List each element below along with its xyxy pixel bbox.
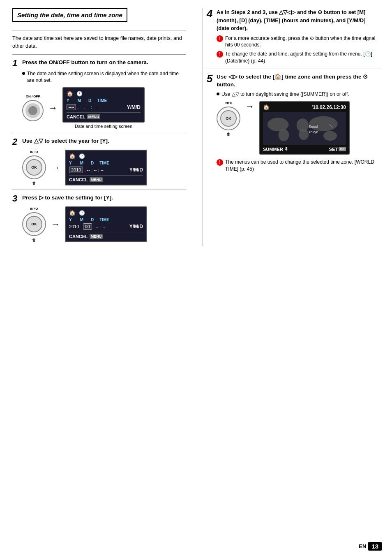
lcd3-home-icon: 🏠	[69, 210, 76, 216]
svg-point-5	[323, 131, 337, 141]
step3-screen-wrapper: INFO OK 🗑 → 🏠 🕐 Y	[22, 206, 186, 242]
step5-header: 5 Use ◁▷ to select the [🏠] time zone and…	[207, 73, 380, 89]
world-map-area: Seoul Tokyo	[263, 112, 346, 145]
step3-title: Press ▷ to save the setting for [Y].	[22, 194, 113, 202]
step5-ok-label: OK	[226, 116, 231, 120]
lcd1-sep2: . -- : --	[84, 105, 97, 110]
lcd1-ymd: Y/M/D	[127, 104, 141, 110]
step3-number: 3	[12, 194, 20, 203]
divider-1	[12, 54, 186, 55]
left-column: Setting the date, time and time zone The…	[12, 8, 190, 246]
step1-body: The date and time setting screen is disp…	[22, 70, 186, 129]
step3-body: INFO OK 🗑 → 🏠 🕐 Y	[22, 206, 186, 242]
step2-header: 2 Use △▽ to select the year for [Y].	[12, 137, 186, 146]
divider-4	[207, 69, 380, 69]
onoff-button	[22, 100, 44, 121]
step5-bullet: Use △▽ to turn daylight saving time ([SU…	[217, 91, 380, 98]
step4-body: ! For a more accurate setting, press the…	[217, 35, 380, 65]
step5-note-wrapper: ! The menus can be used to change the se…	[217, 159, 380, 173]
step1-bullet: The date and time setting screen is disp…	[22, 70, 186, 84]
lcd2-col-m: M	[80, 161, 83, 165]
step2-lcd: 🏠 🕐 Y M D TIME 2010 . -- . -- : -- Y/M/D	[65, 150, 147, 185]
step5-note: ! The menus can be used to change the se…	[217, 159, 380, 173]
lcd1-header: 🏠 🕐	[67, 90, 141, 97]
lcd3-sep: . -- : --	[93, 224, 106, 229]
en-label: EN	[359, 543, 366, 549]
world-city-labels: Seoul Tokyo	[309, 124, 318, 134]
lcd3-data-row: 2010 . 00 . -- : -- Y/M/D	[69, 223, 143, 230]
step3-inner-ring: OK	[26, 216, 42, 232]
divider-intro	[12, 30, 186, 30]
step3-lcd: 🏠 🕐 Y M D TIME 2010 . 00 . -- : -- Y/M/D	[65, 206, 147, 242]
page-number-area: EN 13	[359, 542, 382, 551]
lcd1-col-time: TIME	[97, 98, 107, 103]
step1-arrow: →	[48, 103, 58, 113]
svg-point-3	[299, 129, 309, 140]
lcd1-divider	[67, 112, 141, 113]
svg-point-1	[279, 129, 289, 141]
step1-screen-wrapper: ON / OFF → 🏠 🕐	[22, 87, 186, 129]
set-ok-button: SET OK	[329, 147, 346, 152]
summer-text: SUMMER	[263, 147, 283, 152]
lcd1-col-headers: Y M D TIME	[67, 98, 141, 103]
lcd2-data-row: 2010 . -- . -- : -- Y/M/D	[69, 167, 143, 173]
lcd1-cancel-text: CANCEL	[67, 114, 85, 119]
step4-note1-text: For a more accurate setting, press the ⊙…	[225, 35, 380, 49]
lcd1-data-row: ---- . -- . -- : -- Y/M/D	[67, 104, 141, 110]
step1-camera-control: ON / OFF	[22, 95, 44, 121]
lcd3-col-y: Y	[69, 218, 72, 222]
lcd3-cancel-text: CANCEL	[69, 234, 88, 239]
step4-note2-text: To change the date and time, adjust the …	[225, 51, 380, 65]
ok-badge: OK	[339, 147, 346, 151]
step2-body: INFO OK 🗑 → 🏠 🕐 Y	[22, 150, 186, 185]
note-icon2: !	[217, 51, 223, 58]
step2-number: 2	[12, 137, 20, 146]
step5-camera-control: INFO OK 🗑	[217, 101, 240, 137]
summer-arrow-icon: ⇕	[284, 146, 288, 152]
lcd1-cancel-row: CANCEL MENU	[67, 114, 141, 119]
lcd3-divider	[69, 232, 143, 232]
lcd2-sep1: . --	[84, 167, 90, 172]
world-header: 🏠 '10.02.26.12:30	[263, 104, 346, 110]
page-number: 13	[368, 542, 382, 551]
lcd1-home-icon: 🏠	[67, 90, 73, 97]
world-footer: SUMMER ⇕ SET OK	[263, 146, 346, 152]
step5-screen-wrapper: INFO OK 🗑 → 🏠 '10.02.26.12:30	[217, 101, 380, 155]
step5-note-text: The menus can be used to change the sele…	[225, 159, 380, 173]
step4-note1: ! For a more accurate setting, press the…	[217, 35, 380, 49]
note-icon5: !	[217, 159, 223, 166]
step2-arrow: →	[51, 162, 60, 173]
lcd2-divider	[69, 175, 143, 176]
step5-body: Use △▽ to turn daylight saving time ([SU…	[217, 91, 380, 172]
lcd2-clock-icon: 🕐	[79, 153, 85, 159]
lcd3-month-value: 00	[83, 223, 92, 230]
step5-number: 5	[207, 73, 214, 84]
lcd2-ymd: Y/M/D	[129, 167, 143, 173]
step2-ok-label: OK	[31, 165, 37, 169]
step1-lcd: 🏠 🕐 Y M D TIME ---- . -- . -- : --	[62, 87, 145, 123]
lcd2-cancel-text: CANCEL	[69, 177, 88, 182]
bullet-dot	[22, 72, 25, 75]
step2-title: Use △▽ to select the year for [Y].	[22, 137, 109, 145]
lcd2-home-icon: 🏠	[69, 153, 76, 159]
step1-header: 1 Press the ON/OFF button to turn on the…	[12, 59, 186, 68]
lcd1-col-d: D	[88, 98, 91, 103]
step3-header: 3 Press ▷ to save the setting for [Y].	[12, 194, 186, 203]
lcd1-clock-icon: 🕐	[76, 91, 83, 97]
lcd3-menu-badge: MENU	[90, 234, 103, 239]
step2-camera-control: INFO OK 🗑	[22, 150, 46, 185]
step4-header: 4 As in Steps 2 and 3, use △▽◁▷ and the …	[207, 8, 380, 32]
bullet-dot5	[217, 93, 219, 95]
lcd2-col-d: D	[91, 161, 94, 165]
info-label2: INFO	[30, 150, 38, 154]
world-time: '10.02.26.12:30	[311, 104, 346, 110]
lcd2-col-y: Y	[69, 161, 72, 165]
lcd1-col-y: Y	[67, 98, 69, 103]
step1-bullet-text: The date and time setting screen is disp…	[27, 70, 186, 84]
world-map-svg	[263, 112, 346, 145]
trash-icon2: 🗑	[32, 181, 36, 185]
step1-title: Press the ON/OFF button to turn on the c…	[22, 59, 148, 67]
lcd1-menu-badge: MENU	[87, 114, 101, 119]
page-layout: Setting the date, time and time zone The…	[12, 8, 380, 246]
step3-ok-label: OK	[31, 222, 37, 226]
